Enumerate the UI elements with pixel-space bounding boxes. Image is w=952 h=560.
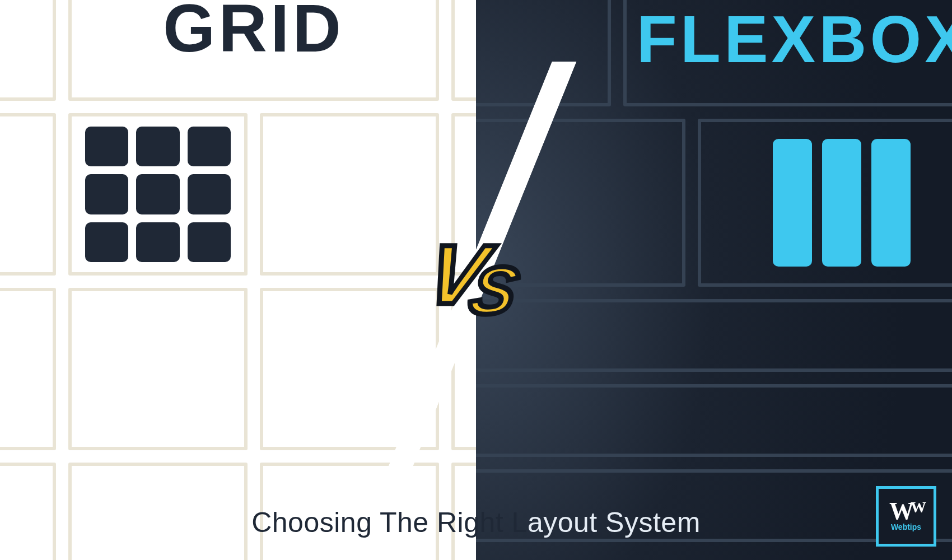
flex-row xyxy=(476,384,952,457)
flex-row xyxy=(476,299,952,372)
grid-cell xyxy=(260,113,439,276)
grid-title: GRID xyxy=(163,0,344,67)
flexbox-title: FLEXBOX xyxy=(637,1,952,77)
grid-3x3-icon xyxy=(85,127,231,262)
flex-title-cell: FLEXBOX xyxy=(623,0,952,106)
grid-title-cell: GRID xyxy=(68,0,439,101)
webtips-badge: WW Webtips xyxy=(876,486,936,547)
grid-cell xyxy=(68,288,248,450)
grid-cell xyxy=(0,0,56,101)
flex-columns-icon xyxy=(698,119,952,287)
grid-cell xyxy=(0,463,56,560)
comparison-banner: GRID xyxy=(0,0,952,560)
grid-icon-cell xyxy=(68,113,248,276)
webtips-name: Webtips xyxy=(891,522,921,531)
grid-cell xyxy=(0,113,56,276)
grid-cell xyxy=(0,288,56,450)
grid-cell xyxy=(260,463,439,560)
webtips-logo-icon: WW xyxy=(889,501,923,521)
grid-cell xyxy=(68,463,248,560)
flex-row xyxy=(476,119,952,287)
